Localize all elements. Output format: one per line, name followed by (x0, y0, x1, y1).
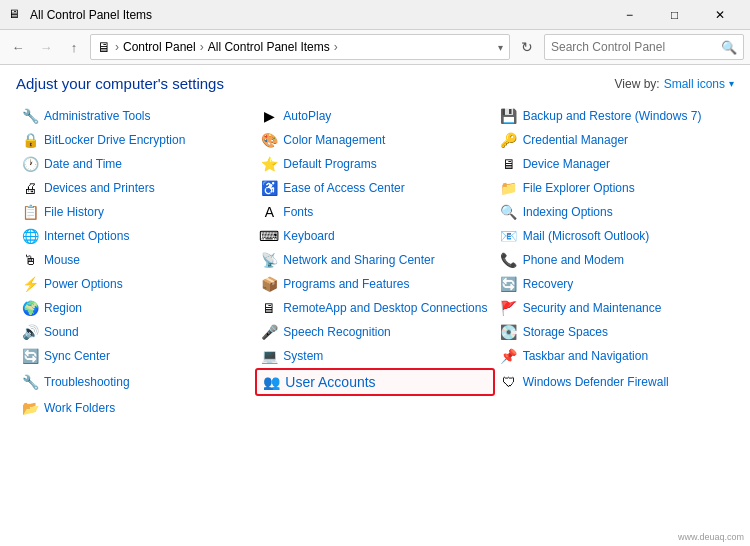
minimize-button[interactable]: − (607, 0, 652, 30)
maximize-button[interactable]: □ (652, 0, 697, 30)
cp-item-sound[interactable]: 🔊Sound (16, 320, 255, 344)
cp-item-backup-and-restore-windows-7[interactable]: 💾Backup and Restore (Windows 7) (495, 104, 734, 128)
item-icon: 🌐 (22, 228, 38, 244)
cp-item-mouse[interactable]: 🖱Mouse (16, 248, 255, 272)
cp-item-default-programs[interactable]: ⭐Default Programs (255, 152, 494, 176)
cp-item-fonts[interactable]: AFonts (255, 200, 494, 224)
cp-item-user-accounts[interactable]: 👥User Accounts (255, 368, 494, 396)
forward-button[interactable]: → (34, 35, 58, 59)
item-icon: 📁 (501, 180, 517, 196)
item-label: BitLocker Drive Encryption (44, 133, 185, 147)
item-label: User Accounts (285, 374, 375, 390)
title-bar-buttons: − □ ✕ (607, 0, 742, 30)
item-label: Internet Options (44, 229, 129, 243)
cp-item-internet-options[interactable]: 🌐Internet Options (16, 224, 255, 248)
item-label: Sync Center (44, 349, 110, 363)
item-label: Recovery (523, 277, 574, 291)
address-path[interactable]: 🖥 › Control Panel › All Control Panel It… (90, 34, 510, 60)
item-icon: 🔄 (501, 276, 517, 292)
item-icon: 📦 (261, 276, 277, 292)
cp-item-administrative-tools[interactable]: 🔧Administrative Tools (16, 104, 255, 128)
cp-item-device-manager[interactable]: 🖥Device Manager (495, 152, 734, 176)
item-label: Backup and Restore (Windows 7) (523, 109, 702, 123)
empty-cell (495, 396, 734, 420)
view-by-arrow-icon[interactable]: ▾ (729, 78, 734, 89)
cp-item-ease-of-access-center[interactable]: ♿Ease of Access Center (255, 176, 494, 200)
item-icon: 🛡 (501, 374, 517, 390)
item-label: Mail (Microsoft Outlook) (523, 229, 650, 243)
item-label: Speech Recognition (283, 325, 390, 339)
item-label: Power Options (44, 277, 123, 291)
cp-item-sync-center[interactable]: 🔄Sync Center (16, 344, 255, 368)
refresh-button[interactable]: ↻ (514, 34, 540, 60)
cp-item-color-management[interactable]: 🎨Color Management (255, 128, 494, 152)
item-label: Indexing Options (523, 205, 613, 219)
item-icon: 🖨 (22, 180, 38, 196)
item-label: Color Management (283, 133, 385, 147)
cp-item-power-options[interactable]: ⚡Power Options (16, 272, 255, 296)
item-label: RemoteApp and Desktop Connections (283, 301, 487, 315)
cp-item-security-and-maintenance[interactable]: 🚩Security and Maintenance (495, 296, 734, 320)
cp-item-indexing-options[interactable]: 🔍Indexing Options (495, 200, 734, 224)
cp-item-storage-spaces[interactable]: 💽Storage Spaces (495, 320, 734, 344)
item-icon: 💽 (501, 324, 517, 340)
item-icon: ⭐ (261, 156, 277, 172)
content-header: Adjust your computer's settings View by:… (16, 75, 734, 92)
view-by-value[interactable]: Small icons (664, 77, 725, 91)
item-icon: ▶ (261, 108, 277, 124)
cp-item-bitlocker-drive-encryption[interactable]: 🔒BitLocker Drive Encryption (16, 128, 255, 152)
cp-item-mail-microsoft-outlook[interactable]: 📧Mail (Microsoft Outlook) (495, 224, 734, 248)
address-bar: ← → ↑ 🖥 › Control Panel › All Control Pa… (0, 30, 750, 65)
close-button[interactable]: ✕ (697, 0, 742, 30)
item-icon: 🔍 (501, 204, 517, 220)
cp-item-windows-defender-firewall[interactable]: 🛡Windows Defender Firewall (495, 368, 734, 396)
search-box[interactable]: 🔍 (544, 34, 744, 60)
path-all-items: All Control Panel Items (208, 40, 330, 54)
item-icon: 📂 (22, 400, 38, 416)
view-by-label: View by: (615, 77, 660, 91)
item-label: System (283, 349, 323, 363)
item-icon: ⚡ (22, 276, 38, 292)
cp-item-file-explorer-options[interactable]: 📁File Explorer Options (495, 176, 734, 200)
back-button[interactable]: ← (6, 35, 30, 59)
item-icon: 💾 (501, 108, 517, 124)
cp-item-credential-manager[interactable]: 🔑Credential Manager (495, 128, 734, 152)
item-icon: 🚩 (501, 300, 517, 316)
item-icon: 📋 (22, 204, 38, 220)
path-dropdown-arrow[interactable]: ▾ (498, 42, 503, 53)
item-icon: 📧 (501, 228, 517, 244)
cp-item-date-and-time[interactable]: 🕐Date and Time (16, 152, 255, 176)
cp-item-file-history[interactable]: 📋File History (16, 200, 255, 224)
cp-item-recovery[interactable]: 🔄Recovery (495, 272, 734, 296)
title-bar-icon: 🖥 (8, 7, 24, 23)
item-label: AutoPlay (283, 109, 331, 123)
item-label: Devices and Printers (44, 181, 155, 195)
item-icon: ♿ (261, 180, 277, 196)
item-icon: 🔧 (22, 108, 38, 124)
item-label: Region (44, 301, 82, 315)
cp-item-speech-recognition[interactable]: 🎤Speech Recognition (255, 320, 494, 344)
cp-item-programs-and-features[interactable]: 📦Programs and Features (255, 272, 494, 296)
cp-item-system[interactable]: 💻System (255, 344, 494, 368)
content-area: Adjust your computer's settings View by:… (0, 65, 750, 546)
cp-item-network-and-sharing-center[interactable]: 📡Network and Sharing Center (255, 248, 494, 272)
search-input[interactable] (551, 40, 721, 54)
item-label: Date and Time (44, 157, 122, 171)
cp-item-taskbar-and-navigation[interactable]: 📌Taskbar and Navigation (495, 344, 734, 368)
item-label: Network and Sharing Center (283, 253, 434, 267)
cp-item-keyboard[interactable]: ⌨Keyboard (255, 224, 494, 248)
up-button[interactable]: ↑ (62, 35, 86, 59)
cp-item-work-folders[interactable]: 📂Work Folders (16, 396, 255, 420)
cp-item-region[interactable]: 🌍Region (16, 296, 255, 320)
cp-item-remoteapp-and-desktop-connections[interactable]: 🖥RemoteApp and Desktop Connections (255, 296, 494, 320)
cp-item-phone-and-modem[interactable]: 📞Phone and Modem (495, 248, 734, 272)
cp-item-troubleshooting[interactable]: 🔧Troubleshooting (16, 368, 255, 396)
item-icon: 📌 (501, 348, 517, 364)
item-label: Troubleshooting (44, 375, 130, 389)
search-icon[interactable]: 🔍 (721, 40, 737, 55)
item-label: Credential Manager (523, 133, 628, 147)
empty-cell (255, 396, 494, 420)
cp-item-autoplay[interactable]: ▶AutoPlay (255, 104, 494, 128)
items-grid: 🔧Administrative Tools▶AutoPlay💾Backup an… (16, 104, 734, 420)
cp-item-devices-and-printers[interactable]: 🖨Devices and Printers (16, 176, 255, 200)
